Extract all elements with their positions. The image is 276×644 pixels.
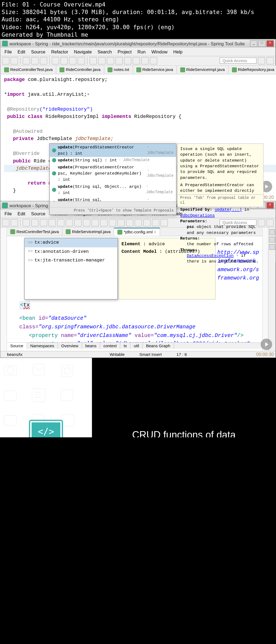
tool-icon[interactable] xyxy=(269,229,275,235)
menu-source[interactable]: Source xyxy=(29,210,48,217)
tab[interactable]: RestControllerTest.java xyxy=(1,66,56,74)
view-tab[interactable]: Overview xyxy=(58,343,82,349)
menu-help[interactable]: Help xyxy=(171,49,185,55)
tool-icon[interactable] xyxy=(98,57,105,64)
menu-navigate[interactable]: Navigate xyxy=(71,49,94,55)
tool-icon[interactable] xyxy=(107,57,114,64)
tool-icon[interactable] xyxy=(133,57,140,64)
maximize-button[interactable]: □ xyxy=(258,40,265,47)
tool-icon[interactable] xyxy=(57,219,64,226)
tab[interactable]: RideRepository.java xyxy=(229,66,276,74)
quick-access-input[interactable]: Quick Access xyxy=(220,58,257,64)
tool-icon[interactable] xyxy=(143,219,151,226)
tool-icon[interactable] xyxy=(31,219,39,226)
tool-icon[interactable] xyxy=(89,57,97,64)
play-button[interactable] xyxy=(261,339,272,350)
view-tab[interactable]: Source xyxy=(7,343,27,349)
tool-new-icon[interactable] xyxy=(2,57,9,64)
view-tab[interactable]: Beans Graph xyxy=(143,343,174,349)
svg-rect-3 xyxy=(61,365,73,377)
tool-icon[interactable] xyxy=(109,219,116,226)
menu-edit[interactable]: Edit xyxy=(15,49,28,55)
tool-coverage-icon[interactable] xyxy=(40,57,47,64)
tool-icon[interactable] xyxy=(69,57,76,64)
autocomplete-item[interactable]: update(String sql, Object... args) : int… xyxy=(50,183,176,196)
tool-icon[interactable] xyxy=(115,57,123,64)
tool-icon[interactable] xyxy=(78,57,85,64)
menu-edit[interactable]: Edit xyxy=(15,210,28,217)
autocomplete-item[interactable]: <>tx:advice xyxy=(25,238,117,247)
menu-project[interactable]: Project xyxy=(115,49,134,55)
perspective-icon[interactable] xyxy=(266,219,274,226)
tool-icon[interactable] xyxy=(141,57,149,64)
laptop-code-icon: </> xyxy=(23,418,69,437)
view-tab[interactable]: Namespaces xyxy=(27,343,58,349)
tool-icon[interactable] xyxy=(124,57,131,64)
menu-source[interactable]: Source xyxy=(29,49,48,55)
tab[interactable]: RideServiceImpl.java xyxy=(177,66,229,74)
doc-link[interactable]: update(...) xyxy=(215,207,242,212)
close-button[interactable]: × xyxy=(266,202,274,209)
svg-point-4 xyxy=(64,368,71,374)
tool-icon[interactable] xyxy=(66,219,73,226)
tool-icon[interactable] xyxy=(92,219,99,226)
menu-run[interactable]: Run xyxy=(135,49,148,55)
svg-point-1 xyxy=(7,367,13,374)
doc-link[interactable]: JdbcOperations xyxy=(180,213,215,218)
perspective-icon[interactable] xyxy=(266,57,274,64)
tool-icon[interactable] xyxy=(11,219,18,226)
tool-icon[interactable] xyxy=(150,57,157,64)
tool-icon[interactable] xyxy=(118,219,125,226)
view-tab[interactable]: beans xyxy=(82,343,100,349)
tab[interactable]: RestControllerTest.java xyxy=(7,228,63,236)
tab[interactable]: RideService.java xyxy=(133,66,177,74)
tool-icon[interactable] xyxy=(60,57,68,64)
perspective-icon[interactable] xyxy=(258,57,265,64)
svg-rect-5 xyxy=(4,391,16,401)
menu-search[interactable]: Search xyxy=(95,49,114,55)
view-tab[interactable]: util xyxy=(130,343,143,349)
menu-file[interactable]: File xyxy=(2,210,14,217)
autocomplete-item[interactable]: <>tx:jta-transaction-manager xyxy=(25,256,117,265)
menu-file[interactable]: File xyxy=(2,49,14,55)
autocomplete-item[interactable]: update(String sql, PreparedStatementSett… xyxy=(50,196,176,201)
tab[interactable]: RideServiceImpl.java xyxy=(63,228,114,236)
tool-icon[interactable] xyxy=(2,219,9,226)
tool-icon[interactable] xyxy=(23,219,30,226)
close-icon[interactable]: × xyxy=(154,230,156,234)
autocomplete-item[interactable]: update(PreparedStatementCreator psc) : i… xyxy=(50,144,176,157)
minimize-button[interactable]: _ xyxy=(250,40,257,47)
tab-active[interactable]: *jdbc-config.xml× xyxy=(114,228,160,236)
view-tab[interactable]: context xyxy=(100,343,120,349)
autocomplete-item[interactable]: <>tx:annotation-driven xyxy=(25,247,117,256)
close-button[interactable]: × xyxy=(266,40,274,47)
tool-icon[interactable] xyxy=(160,219,168,226)
tool-run-icon[interactable] xyxy=(31,57,39,64)
autocomplete-item[interactable]: update(String sql) : int - JdbcTemplate xyxy=(50,157,176,164)
video-file: File: 01 - Course Overview.mp4 xyxy=(2,1,274,8)
video-metadata: File: 01 - Course Overview.mp4 Size: 388… xyxy=(0,0,276,39)
tool-icon[interactable] xyxy=(135,219,142,226)
scrollbar[interactable] xyxy=(50,201,176,207)
java-file-icon xyxy=(232,67,237,72)
tool-icon[interactable] xyxy=(269,237,275,242)
tool-icon[interactable] xyxy=(40,219,47,226)
tool-icon[interactable] xyxy=(100,219,108,226)
autocomplete-item[interactable]: update(PreparedStatementCreator psc, Key… xyxy=(50,164,176,183)
tool-icon[interactable] xyxy=(126,219,133,226)
menu-window[interactable]: Window xyxy=(149,49,170,55)
tool-icon[interactable] xyxy=(269,244,275,250)
view-tab[interactable]: tx xyxy=(120,343,131,349)
tool-icon[interactable] xyxy=(74,219,82,226)
tab[interactable]: RideController.java xyxy=(56,66,104,74)
tool-debug-icon[interactable] xyxy=(23,57,30,64)
tool-icon[interactable] xyxy=(152,219,159,226)
tool-save-icon[interactable] xyxy=(11,57,18,64)
doc-link[interactable]: DataAccessException xyxy=(187,254,234,258)
tool-icon[interactable] xyxy=(49,219,56,226)
tool-icon[interactable] xyxy=(52,57,59,64)
tab[interactable]: notes.txt xyxy=(104,66,133,74)
tool-icon[interactable] xyxy=(83,219,90,226)
breadcrumb[interactable]: beans/tx xyxy=(4,352,26,357)
menu-refactor[interactable]: Refactor xyxy=(49,49,71,55)
